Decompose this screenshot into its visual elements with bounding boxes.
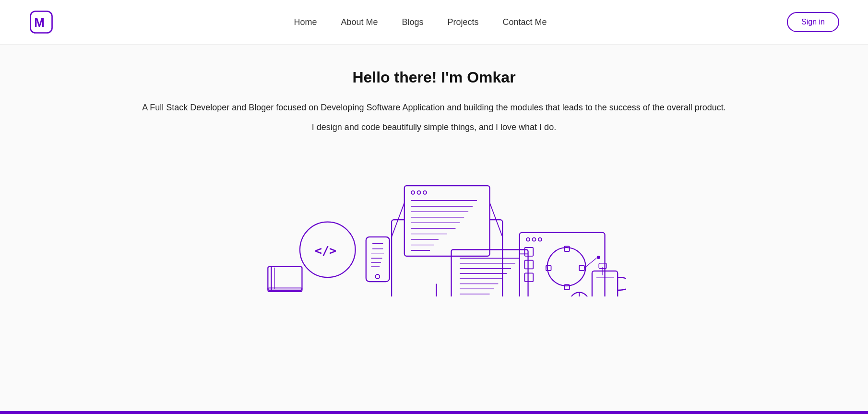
nav-item-projects[interactable]: Projects [448,17,479,27]
nav-link-about[interactable]: About Me [341,17,378,27]
nav-item-blogs[interactable]: Blogs [402,17,424,27]
hero-illustration: </> [242,152,626,296]
svg-rect-50 [451,249,528,296]
hero-title: Hello there! I'm Omkar [352,69,515,86]
logo[interactable]: M [29,10,54,35]
hero-description-2: I design and code beautifully simple thi… [312,122,556,132]
nav-item-about[interactable]: About Me [341,17,378,27]
svg-text:M: M [34,15,45,30]
svg-rect-2 [268,267,302,290]
nav-links: Home About Me Blogs Projects Contact Me [294,17,547,27]
svg-point-49 [596,256,600,259]
svg-point-9 [375,274,380,279]
svg-rect-20 [404,186,489,256]
sign-in-button[interactable]: Sign in [787,12,839,32]
logo-icon: M [29,10,54,35]
nav-link-projects[interactable]: Projects [448,17,479,27]
bottom-bar [0,411,868,414]
svg-text:</>: </> [315,244,336,258]
navbar: M Home About Me Blogs Projects Contact M… [0,0,868,45]
nav-item-home[interactable]: Home [294,17,317,27]
nav-link-home[interactable]: Home [294,17,317,27]
nav-link-blogs[interactable]: Blogs [402,17,424,27]
nav-item-contact[interactable]: Contact Me [503,17,547,27]
hero-section: Hello there! I'm Omkar A Full Stack Deve… [0,45,868,411]
hero-description-1: A Full Stack Developer and Bloger focuse… [142,101,726,115]
nav-link-contact[interactable]: Contact Me [503,17,547,27]
